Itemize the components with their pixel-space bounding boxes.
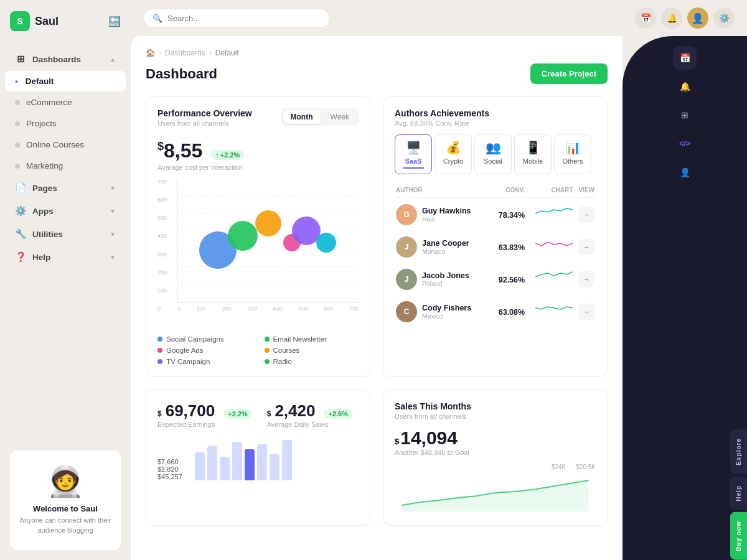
view-button[interactable]: → — [578, 207, 594, 223]
marketing-dot — [15, 164, 20, 169]
sidebar-item-projects[interactable]: Projects — [5, 113, 126, 134]
help-label: Help — [32, 253, 103, 262]
content-wrapper: 🏠 › Dashboards › Default Dashboard Creat… — [131, 36, 747, 560]
bar-item — [282, 440, 292, 480]
breadcrumb-home-icon[interactable]: 🏠 — [146, 49, 155, 57]
explore-button[interactable]: Explore — [730, 429, 747, 474]
sidebar-item-pages[interactable]: 📄 Pages ▼ — [5, 177, 126, 199]
sales-goal: Another $48,346 to Goal — [395, 449, 596, 456]
conv-value: 78.34% — [499, 211, 525, 220]
sidebar-back-icon[interactable]: 🔙 — [108, 16, 121, 27]
sidebar-item-help[interactable]: ❓ Help ▼ — [5, 246, 126, 268]
x-label-300: 300 — [248, 306, 257, 312]
topbar-calendar-icon[interactable]: 📅 — [635, 7, 656, 29]
bar-item — [207, 446, 217, 480]
dashboards-icon: ⊞ — [15, 54, 26, 65]
topbar-avatar[interactable]: 👤 — [687, 7, 708, 29]
vertical-buttons: Explore Help Buy now — [622, 429, 747, 560]
sidebar-item-dashboards[interactable]: ⊞ Dashboards ▲ — [5, 48, 126, 70]
search-box[interactable]: 🔍 — [143, 9, 330, 28]
legend-courses-dot — [265, 348, 270, 353]
create-project-button[interactable]: Create Project — [530, 63, 608, 84]
author-name: Jacob Jones — [422, 271, 469, 280]
welcome-description: Anyone can connect with their audience b… — [19, 516, 112, 535]
legend-email-dot — [265, 337, 270, 342]
sidebar-title: Saul — [35, 15, 59, 28]
breadcrumb-dashboards[interactable]: Dashboards — [165, 49, 205, 57]
buy-now-button[interactable]: Buy now — [730, 512, 747, 560]
help-button[interactable]: Help — [730, 477, 747, 510]
author-tab-social[interactable]: 👥 Social — [474, 134, 512, 174]
panel-bell-icon[interactable]: 🔔 — [673, 75, 697, 98]
panel-grid-icon[interactable]: ⊞ — [673, 103, 697, 127]
performance-card-header: Performance Overview Users from all chan… — [157, 108, 359, 127]
search-input[interactable] — [167, 14, 321, 23]
daily-sales-label: Average Daily Sales — [267, 421, 352, 428]
view-button[interactable]: → — [578, 271, 594, 287]
sidebar-item-apps[interactable]: ⚙️ Apps ▼ — [5, 200, 126, 222]
sidebar-item-utilities[interactable]: 🔧 Utilities ▼ — [5, 223, 126, 245]
online-courses-label: Online Courses — [26, 140, 116, 149]
apps-icon: ⚙️ — [15, 205, 26, 217]
earnings-metric: $ 69,700 +2.2% Expected Earnings — [157, 401, 252, 428]
performance-subtitle: Users from all channels — [157, 119, 252, 127]
sales-amount-row: $ 14,094 — [395, 427, 596, 449]
sidebar-item-marketing[interactable]: Marketing — [5, 156, 126, 176]
sidebar-item-ecommerce[interactable]: eCommerce — [5, 92, 126, 113]
sidebar: S Saul 🔙 ⊞ Dashboards ▲ Default eCommerc… — [0, 0, 131, 560]
tab-month[interactable]: Month — [283, 110, 321, 124]
breadcrumb: 🏠 › Dashboards › Default — [146, 49, 608, 57]
grid-line-6 — [178, 284, 359, 284]
panel-code-icon[interactable]: </> — [673, 132, 697, 156]
legend-google: Google Ads — [157, 347, 252, 354]
sales-chart — [395, 474, 596, 511]
topbar-notification-icon[interactable]: 🔔 — [661, 7, 682, 29]
view-button[interactable]: → — [578, 239, 594, 255]
view-button[interactable]: → — [578, 304, 594, 320]
bar-item — [220, 457, 230, 480]
y-label-200: 200 — [157, 269, 167, 276]
utilities-label: Utilities — [32, 230, 103, 239]
apps-arrow-icon: ▼ — [110, 208, 116, 215]
topbar-settings-icon[interactable]: ⚙️ — [713, 7, 735, 29]
bar-values: $7,660 $2,820 $45,257 — [157, 458, 182, 480]
sales-y2: $20.5K — [576, 464, 596, 470]
others-icon: 📊 — [565, 140, 581, 155]
table-row: J Jane Cooper Monaco 63.83% → — [396, 231, 594, 263]
author-tab-others[interactable]: 📊 Others — [554, 134, 591, 174]
dashboards-arrow-icon: ▲ — [110, 56, 116, 63]
author-avatar: G — [396, 204, 417, 225]
table-row: G Guy Hawkins Haiti 78.34% → — [396, 199, 594, 230]
bar-chart — [195, 443, 292, 480]
y-label-400: 400 — [157, 233, 167, 239]
performance-title: Performance Overview — [157, 108, 252, 118]
sales-card: Sales This Months Users from all channel… — [383, 390, 608, 526]
panel-user-icon[interactable]: 👤 — [673, 161, 697, 184]
pages-arrow-icon: ▼ — [110, 185, 116, 192]
daily-sales-amount: 2,420 — [275, 401, 315, 421]
author-tab-saas[interactable]: 🖥️ SaaS — [395, 134, 432, 174]
sales-y1: $24K — [552, 464, 566, 470]
author-avatar: C — [396, 301, 417, 322]
sales-titles: Sales This Months Users from all channel… — [395, 401, 471, 420]
sales-amount: 14,094 — [400, 427, 458, 449]
chart-legend: Social Campaigns Email Newsletter Google… — [157, 335, 359, 365]
author-tab-mobile[interactable]: 📱 Mobile — [514, 134, 552, 174]
bar-value-3: $45,257 — [157, 473, 182, 480]
legend-social: Social Campaigns — [157, 335, 252, 343]
sidebar-item-online-courses[interactable]: Online Courses — [5, 134, 126, 155]
y-axis: 700 600 500 400 300 200 100 0 — [157, 179, 167, 312]
metric-currency: $ — [157, 140, 164, 152]
sidebar-header: S Saul 🔙 — [0, 0, 131, 42]
sales-card-header: Sales This Months Users from all channel… — [395, 401, 596, 420]
panel-calendar-icon[interactable]: 📅 — [673, 46, 697, 70]
sidebar-item-default[interactable]: Default — [5, 71, 126, 91]
mobile-label: Mobile — [523, 157, 543, 165]
author-tabs: 🖥️ SaaS 💰 Crypto 👥 Social — [395, 134, 596, 174]
y-label-600: 600 — [157, 197, 167, 203]
legend-radio-label: Radio — [273, 358, 292, 365]
bubble-courses — [255, 210, 281, 236]
tab-week[interactable]: Week — [323, 110, 357, 124]
legend-social-dot — [157, 337, 162, 342]
author-tab-crypto[interactable]: 💰 Crypto — [435, 134, 472, 174]
